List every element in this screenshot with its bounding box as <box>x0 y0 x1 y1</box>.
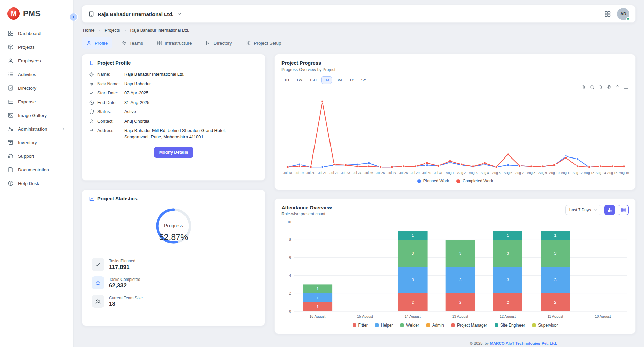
tab-directory[interactable]: Directory <box>201 37 237 49</box>
sidebar-item-label: Support <box>18 154 34 159</box>
range-button-15d[interactable]: 15D <box>307 76 319 84</box>
chevron-right-icon <box>61 72 66 77</box>
svg-text:3: 3 <box>412 278 414 282</box>
breadcrumb-separator-icon <box>97 28 101 32</box>
attendance-chart[interactable]: 024681011116 August15 August233114 Augus… <box>281 219 629 321</box>
avatar[interactable]: AD <box>617 8 629 20</box>
stats-card-title-row: Project Statistics <box>89 196 258 201</box>
breadcrumb-item-projects[interactable]: Projects <box>104 28 120 33</box>
date-range-label: Last 7 Days <box>569 208 591 212</box>
sidebar-item-inventory[interactable]: Inventory <box>0 136 73 149</box>
legend-item-site-engineer[interactable]: Site Engineer <box>495 323 525 328</box>
range-button-1w[interactable]: 1W <box>294 76 305 84</box>
sidebar-item-label: Inventory <box>18 140 37 145</box>
zoom-in-icon[interactable] <box>581 85 586 90</box>
field-value: 31-Aug-2025 <box>124 100 149 106</box>
legend-item-planned-work[interactable]: Planned Work <box>417 179 449 183</box>
sidebar-item-support[interactable]: Support <box>0 149 73 163</box>
main-area: Raja Bahadur International Ltd. AD HomeP… <box>74 0 644 347</box>
progress-chart-header: Project Progress Progress Overview by Pr… <box>281 60 629 72</box>
legend-item-completed-work[interactable]: Completed Work <box>456 179 493 183</box>
svg-text:Jul 31: Jul 31 <box>434 171 442 175</box>
sidebar-item-directory[interactable]: Directory <box>0 81 73 95</box>
svg-text:2: 2 <box>459 300 461 304</box>
svg-text:Progress: Progress <box>164 223 183 228</box>
zoom-out-icon[interactable] <box>590 85 595 90</box>
svg-text:16 August: 16 August <box>310 314 326 318</box>
tab-label: Project Setup <box>254 41 281 46</box>
shield-icon <box>89 109 94 115</box>
legend-marker <box>375 323 379 327</box>
tab-profile[interactable]: Profile <box>82 37 112 49</box>
project-progress-chart[interactable]: Jul 18Jul 19Jul 20Jul 21Jul 22Jul 23Jul … <box>281 91 629 177</box>
zoom-select-icon[interactable] <box>598 85 603 90</box>
menu-icon[interactable] <box>624 85 629 90</box>
stats-card-title: Project Statistics <box>97 196 138 201</box>
svg-text:Aug 13: Aug 13 <box>584 171 594 175</box>
company-selector[interactable]: Raja Bahadur International Ltd. <box>88 11 182 17</box>
content-grid: Project Profile Name:Raja Bahadur Intern… <box>82 54 636 334</box>
view-toggle-table-icon[interactable] <box>618 205 629 215</box>
svg-text:3: 3 <box>507 251 509 255</box>
sidebar-item-activities[interactable]: Activities <box>0 67 73 81</box>
breadcrumb-item-home[interactable]: Home <box>83 28 94 33</box>
gear-icon <box>246 40 251 46</box>
profile-field-name: Name:Raja Bahadur International Ltd. <box>89 71 258 78</box>
sidebar-item-administration[interactable]: Administration <box>0 122 73 136</box>
legend-label: Planned Work <box>423 179 449 183</box>
sidebar-item-image-gallery[interactable]: Image Gallery <box>0 108 73 122</box>
legend-marker <box>495 323 498 327</box>
svg-text:4: 4 <box>289 274 291 277</box>
dashboard-grid-icon <box>157 40 162 46</box>
sidebar-collapse-button[interactable] <box>69 13 78 21</box>
sidebar-item-expense[interactable]: Expense <box>0 95 73 108</box>
svg-text:0: 0 <box>289 310 291 313</box>
pan-icon[interactable] <box>607 85 612 90</box>
range-button-5y[interactable]: 5Y <box>359 76 369 84</box>
svg-text:1: 1 <box>317 287 319 291</box>
apps-grid-icon[interactable] <box>604 11 611 17</box>
flag-icon <box>89 128 94 133</box>
legend-label: Site Engineer <box>500 323 525 328</box>
legend-item-admin[interactable]: Admin <box>426 323 444 328</box>
time-range-buttons: 1D1W15D1M3M1Y5Y <box>281 76 629 84</box>
right-column: Project Progress Progress Overview by Pr… <box>274 54 636 334</box>
user-icon <box>7 58 14 64</box>
view-toggle-bar-chart-icon[interactable] <box>604 205 615 215</box>
tab-teams[interactable]: Teams <box>116 37 148 49</box>
building-icon <box>88 11 94 17</box>
chevron-down-icon <box>593 208 597 212</box>
range-button-1y[interactable]: 1Y <box>347 76 356 84</box>
contact-book-icon <box>206 40 211 46</box>
range-button-1m[interactable]: 1M <box>321 76 332 84</box>
svg-text:Jul 28: Jul 28 <box>399 171 408 175</box>
stat-label: Current Team Size <box>109 296 143 300</box>
date-range-select[interactable]: Last 7 Days <box>565 205 601 215</box>
home-icon[interactable] <box>615 85 620 90</box>
sidebar-item-label: Image Gallery <box>18 113 47 118</box>
sidebar-item-employees[interactable]: Employees <box>0 54 73 67</box>
legend-item-welder[interactable]: Welder <box>400 323 419 328</box>
legend-item-supervisor[interactable]: Supervisor <box>532 323 558 328</box>
users-icon <box>92 295 104 308</box>
modify-details-button[interactable]: Modify Details <box>154 147 194 158</box>
sidebar-item-documentation[interactable]: Documentation <box>0 163 73 177</box>
sidebar-item-label: Directory <box>18 86 36 91</box>
profile-field-address: Address:Raja Bahadur Mill Rd, behind She… <box>89 127 258 140</box>
sidebar-item-help-desk[interactable]: Help Desk <box>0 177 73 190</box>
sidebar-item-dashboard[interactable]: Dashboard <box>0 27 73 40</box>
tab-project-setup[interactable]: Project Setup <box>241 37 286 49</box>
field-label: Contact: <box>97 118 121 125</box>
tab-label: Infrastructure <box>165 41 192 46</box>
app-logo[interactable]: M PMS <box>0 2 73 27</box>
tab-infrastructure[interactable]: Infrastructure <box>152 37 197 49</box>
legend-item-project-manager[interactable]: Project Manager <box>451 323 487 328</box>
range-button-3m[interactable]: 3M <box>334 76 344 84</box>
svg-text:Jul 18: Jul 18 <box>283 171 292 175</box>
legend-item-helper[interactable]: Helper <box>375 323 393 328</box>
legend-item-fitter[interactable]: Fitter <box>353 323 368 328</box>
svg-text:Jul 22: Jul 22 <box>330 171 338 175</box>
sidebar-item-projects[interactable]: Projects <box>0 40 73 54</box>
range-button-1d[interactable]: 1D <box>281 76 292 84</box>
company-link[interactable]: MARCO AIoT Technologies Pvt. Ltd. <box>490 341 557 345</box>
